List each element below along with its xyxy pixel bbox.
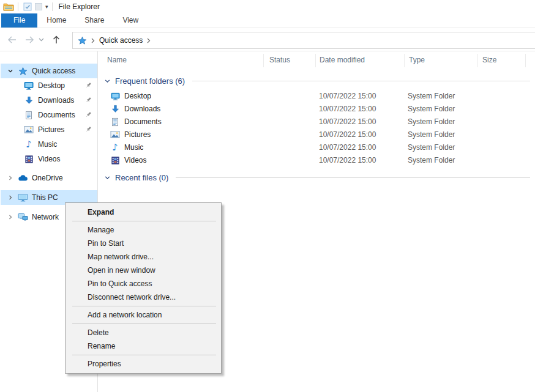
titlebar-separator [52, 2, 53, 11]
downloads-icon [110, 104, 120, 114]
titlebar-separator [18, 2, 18, 11]
chevron-right-icon[interactable] [7, 175, 14, 181]
tab-share[interactable]: Share [75, 13, 113, 28]
navigation-bar: Quick access [0, 28, 535, 51]
file-row-documents[interactable]: Documents 10/07/2022 15:00 System Folder [99, 116, 535, 128]
group-header-recent-files[interactable]: Recent files (0) [104, 171, 530, 183]
forward-button[interactable] [23, 34, 36, 46]
desktop-icon [110, 91, 120, 101]
chevron-down-icon[interactable] [7, 68, 14, 74]
column-divider[interactable] [404, 54, 405, 67]
sidebar-item-music[interactable]: ♪ Music [1, 137, 97, 152]
file-row-downloads[interactable]: Downloads 10/07/2022 15:00 System Folder [99, 103, 535, 116]
tab-file[interactable]: File [1, 13, 37, 28]
up-button[interactable] [50, 34, 62, 46]
column-header-status[interactable]: Status [269, 56, 290, 64]
sidebar-item-quick-access[interactable]: Quick access [1, 64, 97, 78]
videos-film-icon [110, 155, 120, 165]
menu-item-pin-to-start[interactable]: Pin to Start [65, 237, 221, 250]
breadcrumb-chevron-icon[interactable] [147, 38, 151, 43]
sidebar-item-downloads[interactable]: Downloads [1, 93, 97, 108]
chevron-down-icon[interactable] [104, 174, 111, 181]
sidebar-item-label: Quick access [32, 67, 75, 75]
file-type: System Folder [408, 105, 455, 113]
breadcrumb-chevron-icon[interactable] [91, 38, 95, 43]
chevron-down-icon[interactable] [104, 78, 111, 84]
network-icon [17, 213, 28, 221]
menu-item-map-network-drive[interactable]: Map network drive... [65, 250, 221, 264]
back-button[interactable] [6, 34, 18, 46]
properties-quick-icon[interactable] [22, 2, 33, 12]
downloads-icon [23, 96, 34, 105]
file-name: Videos [124, 156, 146, 165]
sidebar-item-documents[interactable]: Documents [1, 108, 97, 122]
column-header-row: Name Status Date modified Type Size [99, 51, 535, 70]
quick-access-star-icon [17, 67, 28, 76]
menu-item-properties[interactable]: Properties [65, 357, 221, 371]
file-name: Desktop [124, 92, 151, 100]
menu-item-manage[interactable]: Manage [65, 223, 221, 237]
sidebar-item-label: Documents [38, 111, 75, 119]
tab-view[interactable]: View [113, 13, 148, 28]
menu-item-add-a-network-location[interactable]: Add a network location [65, 308, 221, 322]
file-type: System Folder [408, 117, 455, 126]
file-type: System Folder [408, 156, 455, 165]
group-header-label: Frequent folders (6) [115, 76, 185, 86]
videos-film-icon [23, 155, 34, 164]
window-title: File Explorer [59, 2, 100, 11]
file-date-modified: 10/07/2022 15:00 [319, 130, 376, 139]
column-header-date-modified[interactable]: Date modified [320, 56, 365, 64]
pin-icon [85, 82, 92, 91]
menu-item-rename[interactable]: Rename [65, 339, 221, 353]
sidebar-item-onedrive[interactable]: OneDrive [1, 171, 97, 185]
chevron-right-icon[interactable] [7, 194, 14, 201]
desktop-icon [23, 81, 34, 91]
group-header-frequent-folders[interactable]: Frequent folders (6) [104, 75, 530, 87]
onedrive-cloud-icon [17, 174, 28, 182]
file-row-pictures[interactable]: Pictures 10/07/2022 15:00 System Folder [99, 128, 535, 141]
quick-access-star-icon [78, 36, 87, 45]
address-bar[interactable]: Quick access [72, 32, 535, 49]
new-folder-quick-icon[interactable] [33, 2, 44, 12]
file-name: Documents [124, 117, 162, 126]
customize-toolbar-dropdown-icon[interactable]: ▾ [45, 4, 48, 10]
group-header-label: Recent files (0) [115, 173, 168, 182]
file-type: System Folder [408, 130, 455, 139]
sidebar-item-label: Music [38, 140, 57, 149]
sidebar-item-label: Downloads [38, 96, 74, 105]
column-divider[interactable] [525, 54, 526, 67]
title-bar: ▾ File Explorer [0, 0, 535, 13]
chevron-right-icon[interactable] [7, 214, 14, 220]
pin-icon [85, 126, 92, 135]
menu-item-expand[interactable]: Expand [65, 205, 221, 219]
menu-item-delete[interactable]: Delete [65, 326, 221, 339]
file-type: System Folder [408, 92, 455, 100]
tab-home[interactable]: Home [37, 13, 75, 28]
column-divider[interactable] [263, 54, 264, 67]
column-header-size[interactable]: Size [482, 56, 496, 64]
pictures-icon [110, 130, 120, 139]
breadcrumb-item-quick-access[interactable]: Quick access [99, 36, 143, 45]
recent-locations-dropdown-icon[interactable] [37, 34, 45, 46]
file-explorer-app-icon [3, 2, 14, 12]
sidebar-item-videos[interactable]: Videos [1, 152, 97, 166]
sidebar-item-label: Desktop [38, 81, 65, 90]
frequent-folders-list: Desktop 10/07/2022 15:00 System Folder D… [99, 90, 535, 167]
ribbon-tab-bar: File Home Share View [0, 13, 535, 28]
menu-item-open-in-new-window[interactable]: Open in new window [65, 264, 221, 277]
sidebar-item-pictures[interactable]: Pictures [1, 122, 97, 137]
file-row-desktop[interactable]: Desktop 10/07/2022 15:00 System Folder [99, 90, 535, 103]
sidebar-item-label: Network [32, 213, 59, 221]
menu-item-pin-to-quick-access[interactable]: Pin to Quick access [65, 277, 221, 290]
column-header-name[interactable]: Name [107, 56, 127, 64]
menu-item-disconnect-network-drive[interactable]: Disconnect network drive... [65, 290, 221, 304]
file-row-videos[interactable]: Videos 10/07/2022 15:00 System Folder [99, 154, 535, 167]
sidebar-item-desktop[interactable]: Desktop [1, 78, 97, 93]
file-name: Music [124, 143, 143, 152]
column-divider[interactable] [477, 54, 478, 67]
file-row-music[interactable]: ♪ Music 10/07/2022 15:00 System Folder [99, 141, 535, 154]
column-divider[interactable] [315, 54, 316, 67]
file-type: System Folder [408, 143, 455, 152]
column-header-type[interactable]: Type [409, 56, 425, 64]
music-note-icon: ♪ [23, 140, 34, 149]
